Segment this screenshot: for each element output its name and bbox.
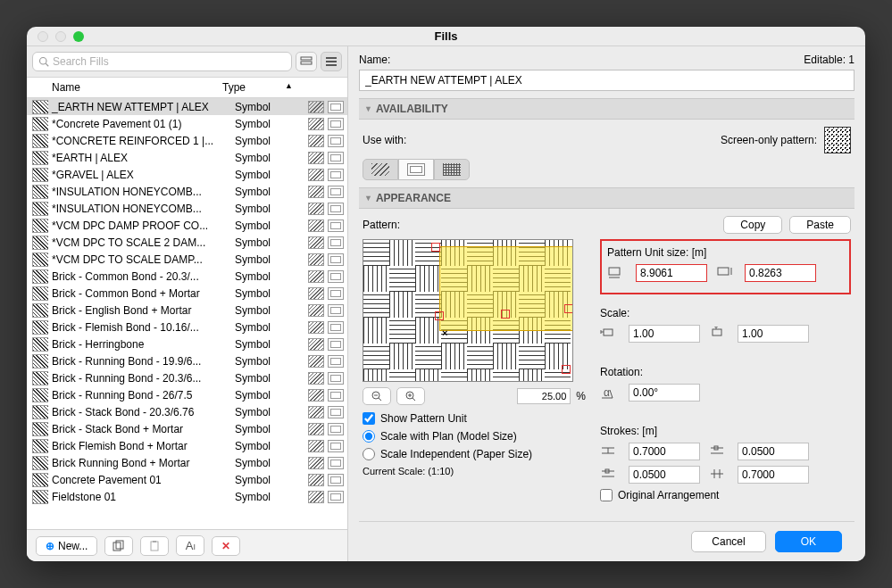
use-cut-toggle[interactable]	[434, 159, 470, 180]
zoom-input[interactable]	[517, 388, 571, 404]
fill-name: Brick - Common Bond + Mortar	[48, 287, 231, 300]
use-drafting-toggle[interactable]	[363, 159, 398, 180]
list-item[interactable]: Concrete Pavement 01 Symbol	[27, 471, 347, 488]
fill-thumb	[32, 456, 48, 470]
list-footer: ⊕New... AI ✕	[27, 529, 347, 561]
hatch-icon	[308, 304, 324, 317]
resize-handle[interactable]	[431, 243, 440, 252]
pattern-preview[interactable]: ×	[363, 239, 573, 382]
fill-thumb	[32, 269, 48, 284]
rename-button[interactable]: AI	[176, 535, 204, 556]
search-field[interactable]	[32, 52, 292, 71]
scale-plan-radio[interactable]: Scale with Plan (Model Size)	[363, 430, 586, 443]
list-item[interactable]: Brick - Stack Bond + Mortar Symbol	[27, 420, 347, 437]
fill-thumb	[32, 134, 48, 148]
ok-button[interactable]: OK	[775, 531, 842, 552]
stroke1-input[interactable]	[629, 443, 700, 460]
folder-tree-icon	[300, 56, 313, 67]
resize-handle[interactable]	[435, 311, 444, 320]
screen-pattern-swatch[interactable]	[824, 127, 851, 153]
copy-button[interactable]: Copy	[723, 216, 782, 234]
stroke3-input[interactable]	[629, 466, 700, 484]
list-item[interactable]: Brick - Running Bond - 20.3/6... Symbol	[27, 369, 347, 386]
hatch-icon	[308, 169, 324, 181]
stroke2-input[interactable]	[738, 443, 809, 460]
box-icon	[328, 321, 344, 334]
fill-name: Brick - Stack Bond - 20.3/6.76	[48, 406, 231, 418]
scale-indep-radio[interactable]: Scale Independent (Paper Size)	[363, 448, 586, 460]
use-cover-toggle[interactable]	[398, 159, 434, 180]
fill-thumb	[32, 405, 48, 419]
fill-type: Symbol	[231, 304, 294, 317]
list-item[interactable]: Brick - Stack Bond - 20.3/6.76 Symbol	[27, 403, 347, 420]
box-icon	[328, 270, 344, 283]
list-item[interactable]: *Concrete Pavement 01 (1) Symbol	[27, 115, 347, 132]
duplicate-button[interactable]	[104, 536, 133, 556]
fill-thumb	[32, 168, 48, 182]
list-item[interactable]: *VCM DPC DAMP PROOF CO... Symbol	[27, 217, 347, 234]
hatch-icon	[308, 101, 324, 113]
search-toolbar	[27, 46, 347, 78]
zoom-in-button[interactable]	[396, 387, 425, 405]
paste-button-pattern[interactable]: Paste	[789, 216, 851, 234]
resize-handle[interactable]	[564, 304, 573, 313]
list-item[interactable]: Fieldstone 01 Symbol	[27, 488, 347, 505]
dialog-body: Name Type ▲ _EARTH NEW ATTEMPT | ALEX Sy…	[27, 46, 865, 561]
new-button[interactable]: ⊕New...	[36, 536, 97, 556]
scale-y-input[interactable]	[738, 325, 809, 343]
list-item[interactable]: Brick - English Bond + Mortar Symbol	[27, 302, 347, 319]
fill-thumb	[32, 422, 48, 436]
appearance-header[interactable]: ▼ APPEARANCE	[359, 187, 854, 209]
list-item[interactable]: Brick - Common Bond - 20.3/... Symbol	[27, 268, 347, 285]
fill-thumb	[32, 388, 48, 402]
clipboard-icon	[148, 540, 161, 552]
box-icon	[328, 253, 344, 266]
list-item[interactable]: Brick - Common Bond + Mortar Symbol	[27, 285, 347, 302]
name-row: Name: Editable: 1	[359, 54, 854, 66]
list-item[interactable]: *CONCRETE REINFORCED 1 |... Symbol	[27, 132, 347, 149]
fill-thumb	[32, 117, 48, 131]
col-name[interactable]: Name	[48, 81, 219, 94]
delete-button[interactable]: ✕	[212, 536, 240, 556]
svg-text:α: α	[604, 386, 610, 399]
list-item[interactable]: Brick Running Bond + Mortar Symbol	[27, 454, 347, 471]
original-arrangement-check[interactable]: Original Arrangement	[600, 489, 851, 501]
search-input[interactable]	[53, 55, 286, 68]
pattern-height-input[interactable]	[745, 264, 816, 282]
list-item[interactable]: *EARTH | ALEX Symbol	[27, 149, 347, 166]
list-item[interactable]: *INSULATION HONEYCOMB... Symbol	[27, 200, 347, 217]
scale-x-input[interactable]	[629, 325, 700, 343]
hatch-icon	[308, 338, 324, 351]
list-item[interactable]: *GRAVEL | ALEX Symbol	[27, 166, 347, 183]
show-pattern-unit-check[interactable]: Show Pattern Unit	[363, 412, 586, 425]
zoom-out-button[interactable]	[363, 387, 391, 405]
list-item[interactable]: Brick Flemish Bond + Mortar Symbol	[27, 437, 347, 454]
cancel-button[interactable]: Cancel	[691, 531, 765, 552]
rotation-input[interactable]	[629, 384, 700, 402]
availability-header[interactable]: ▼ AVAILABILITY	[359, 98, 854, 120]
list-item[interactable]: *VCM DPC TO SCALE 2 DAM... Symbol	[27, 234, 347, 251]
box-icon	[328, 406, 344, 418]
list-item[interactable]: *VCM DPC TO SCALE DAMP... Symbol	[27, 251, 347, 268]
list-item[interactable]: _EARTH NEW ATTEMPT | ALEX Symbol	[27, 98, 347, 115]
resize-handle[interactable]	[562, 365, 571, 374]
list-item[interactable]: Brick - Flemish Bond - 10.16/... Symbol	[27, 319, 347, 335]
view-list-toggle[interactable]	[321, 52, 342, 71]
list-item[interactable]: *INSULATION HONEYCOMB... Symbol	[27, 183, 347, 200]
pattern-width-input[interactable]	[636, 264, 707, 282]
resize-handle[interactable]	[501, 310, 510, 319]
list-item[interactable]: Brick - Herringbone Symbol	[27, 335, 347, 352]
paste-button[interactable]	[140, 536, 169, 556]
fill-thumb	[32, 473, 48, 487]
view-folder-toggle[interactable]	[296, 52, 317, 71]
fill-name: *Concrete Pavement 01 (1)	[48, 118, 231, 130]
list-item[interactable]: Brick - Running Bond - 19.9/6... Symbol	[27, 352, 347, 369]
name-input[interactable]	[359, 70, 854, 91]
col-type[interactable]: Type	[219, 81, 281, 94]
fill-name: *CONCRETE REINFORCED 1 |...	[48, 135, 231, 147]
fill-type: Symbol	[231, 372, 294, 385]
list-item[interactable]: Brick - Running Bond - 26/7.5 Symbol	[27, 386, 347, 403]
stroke4-input[interactable]	[738, 466, 809, 484]
fill-name: Brick - Herringbone	[48, 338, 231, 351]
fills-list[interactable]: _EARTH NEW ATTEMPT | ALEX Symbol *Concre…	[27, 98, 347, 529]
